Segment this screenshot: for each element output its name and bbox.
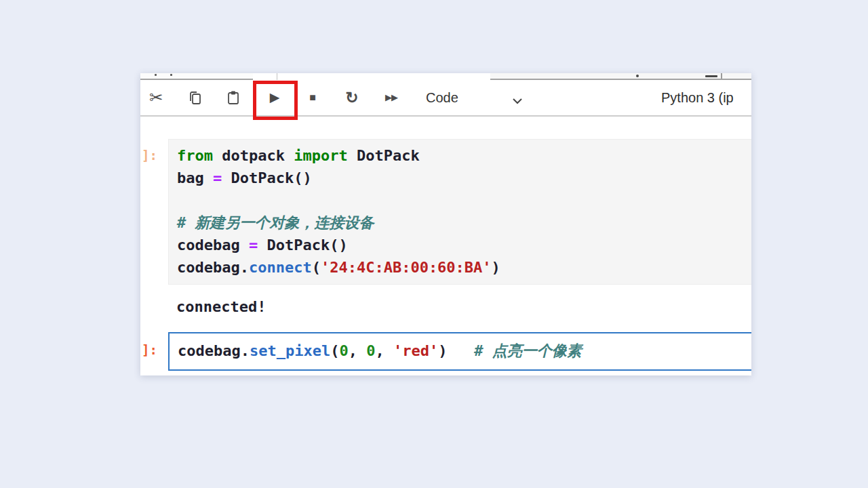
tab-left-fragment[interactable]: [140, 73, 253, 80]
chevron-down-icon: [512, 95, 523, 107]
cell-type-dropdown[interactable]: Code: [426, 80, 458, 115]
desktop-background: { "tabs": { "active_title_fragment": "py…: [0, 0, 868, 488]
cell-type-label: Code: [426, 90, 458, 105]
tab-label-fragment-dot: [636, 75, 639, 77]
code-cell-input[interactable]: from dotpack import DotPackbag = DotPack…: [168, 139, 751, 285]
notebook-window: py ✂ ▶ ■ ↻ ▶▶ Code: [140, 73, 751, 375]
tab-active-fragment[interactable]: py: [253, 73, 490, 80]
cell-output-text: connected!: [176, 296, 266, 318]
kernel-name-label[interactable]: Python 3 (ip: [661, 80, 734, 115]
stop-button[interactable]: ■: [302, 80, 323, 115]
tab-bar: py: [140, 73, 751, 80]
tab-label-fragment-dot: [170, 74, 172, 76]
input-prompt: ]:: [142, 144, 169, 167]
copy-icon[interactable]: [184, 80, 205, 115]
tab-separator: [277, 73, 277, 80]
tab-separator: [721, 73, 722, 79]
tab-right-fragment[interactable]: [490, 73, 751, 80]
notebook-toolbar: ✂ ▶ ■ ↻ ▶▶ Code Python 3 (ip: [140, 80, 751, 117]
tab-label-fragment-dash: [705, 75, 717, 77]
restart-kernel-button[interactable]: ↻: [342, 80, 362, 115]
restart-run-all-button[interactable]: ▶▶: [381, 80, 401, 115]
selected-code-cell-input[interactable]: codebag.set_pixel(0, 0, 'red') # 点亮一个像素: [168, 332, 751, 371]
paste-icon[interactable]: [223, 80, 243, 115]
input-prompt-active: ]:: [142, 339, 169, 361]
run-button-highlight-box: [253, 81, 298, 120]
tab-label-fragment-dot: [155, 74, 157, 76]
cut-icon[interactable]: ✂: [146, 80, 166, 115]
